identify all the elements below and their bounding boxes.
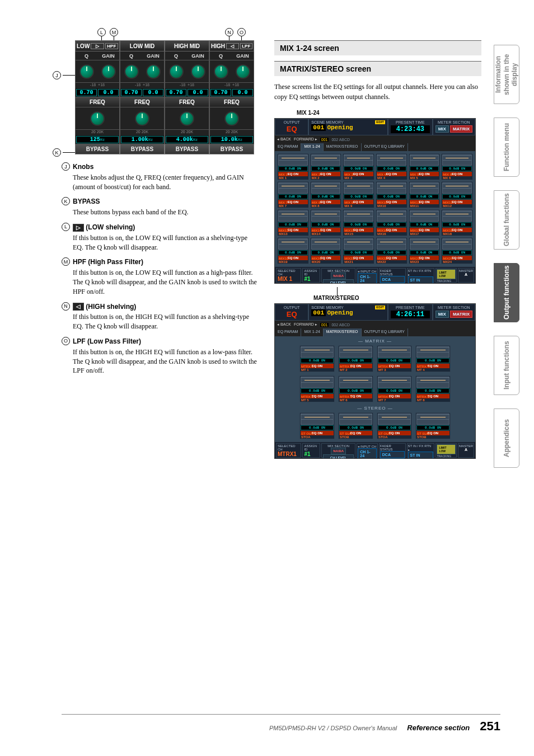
gain-value: 0.0 [188,89,208,96]
channel-cell[interactable]: 0.0dB ON EQ ON MTRX 5MT 5 [299,375,335,402]
freq-knob[interactable] [90,111,105,126]
freq-knob[interactable] [180,111,194,126]
channel-cell[interactable]: 0.0dB ON EQ ON MIX17MX17 [409,209,441,236]
shot2-label: MATRIX/STEREO [313,295,481,301]
channel-cell[interactable]: 0.0dB ON EQ ON MIX24MX24 [441,237,473,264]
channel-cell[interactable]: 0.0dB ON EQ ON ST OUTSTOA [377,412,412,439]
channel-cell[interactable]: 0.0dB ON EQ ON MIX 7MX 7 [277,181,309,208]
freq-label: FREQ [165,97,209,107]
channel-cell[interactable]: 0.0dB ON EQ ON MIX21MX21 [343,237,374,264]
channel-cell[interactable]: 0.0dB ON EQ ON MIX 9MX 9 [343,181,374,208]
channel-cell[interactable]: 0.0dB ON EQ ON MIX23MX23 [409,237,441,264]
freq-label: FREQ [75,97,120,107]
eq-band-0: LOW▷HPFQGAIN-18 +180.700.0FREQ20 20K125H… [75,40,120,154]
eq-band-3: HIGH◁LPFQGAIN-18 +180.700.0FREQ20 20K10.… [209,40,254,154]
bypass-button[interactable]: BYPASS [165,144,209,154]
channel-cell[interactable]: 0.0dB ON EQ ON MIX11MX11 [409,181,441,208]
side-tab[interactable]: Function menu [494,118,519,177]
channel-cell[interactable]: 0.0dB ON EQ ON MIX 8MX 8 [310,181,342,208]
desc-item: OLPF (Low Pass Filter)If this button is … [62,337,257,375]
freq-label: FREQ [120,97,165,107]
gain-value: 0.0 [143,89,163,96]
channel-cell[interactable]: 0.0dB ON EQ ON MIX22MX22 [376,237,407,264]
channel-cell[interactable]: 0.0dB ON EQ ON MIX16MX16 [376,209,407,236]
gain-knob[interactable] [236,64,250,79]
gain-value: 0.0 [98,89,119,96]
gain-knob[interactable] [191,64,205,79]
channel-cell[interactable]: 0.0dB ON EQ ON ST OUTSTOA [299,412,335,439]
desc-item: KBYPASSThese buttons bypass each band of… [62,197,257,217]
gain-knob[interactable] [146,64,161,79]
q-knob[interactable] [214,64,228,79]
eq-band-figure: L M N O J [75,40,254,154]
callout-11: K [53,148,61,157]
gain-knob[interactable] [101,64,116,79]
channel-cell[interactable]: 0.0dB ON EQ ON MIX15MX15 [343,209,374,236]
mix-1-24-screenshot: OUTPUTEQ SCENE MEMORYEDIT 001 Opening PR… [274,118,476,284]
freq-label: FREQ [209,97,254,107]
side-tab[interactable]: Appendices [494,408,519,468]
channel-cell[interactable]: 0.0dB ON EQ ON MTRX 2MT 2 [338,345,373,372]
side-tab[interactable]: Output functions [494,263,519,322]
channel-cell[interactable]: 0.0dB ON EQ ON ST SUBSTOB [415,412,451,439]
side-tab[interactable]: Input functions [494,336,519,395]
manual-title: PM5D/PM5D-RH V2 / DSP5D Owner's Manual [269,725,397,731]
reference-section-label: Reference section [407,724,470,732]
intro-text: These screens list the EQ settings for a… [274,82,481,102]
desc-item: L▷ (LOW shelving)If this button is on, t… [62,223,257,252]
channel-cell[interactable]: 0.0dB ON EQ ON MTRX 1MT 1 [299,345,335,372]
desc-item: MHPF (High Pass Filter)If this button is… [62,257,257,296]
desc-item: JKnobsThese knobs adjust the Q, FREQ (ce… [62,162,257,191]
channel-cell[interactable]: 0.0dB ON EQ ON MIX 6MX 6 [441,153,473,180]
channel-cell[interactable]: 0.0dB ON EQ ON MTRX 7MT 7 [377,375,412,402]
channel-cell[interactable]: 0.0dB ON EQ ON MTRX 8MT 8 [415,375,451,402]
bypass-button[interactable]: BYPASS [209,144,254,154]
bypass-button[interactable]: BYPASS [120,144,165,154]
q-knob[interactable] [169,64,184,79]
q-value: 0.70 [121,89,142,96]
callout-12: L [97,28,106,36]
channel-cell[interactable]: 0.0dB ON EQ ON MIX14MX14 [310,209,342,236]
channel-cell[interactable]: 0.0dB ON EQ ON MIX 4MX 4 [376,153,407,180]
side-tab[interactable]: Information shown in the display [494,45,519,104]
channel-cell[interactable]: 0.0dB ON EQ ON MIX 2MX 2 [310,153,342,180]
q-knob[interactable] [124,64,139,79]
section-mix-1-24: MIX 1-24 screen [274,40,481,55]
side-tab[interactable]: Global functions [494,190,519,250]
channel-cell[interactable]: 0.0dB ON EQ ON MTRX 3MT 3 [377,345,412,372]
section-matrix-stereo: MATRIX/STEREO screen [274,61,481,76]
freq-value: 125Hz [76,136,119,143]
eq-band-1: LOW MIDQGAIN-18 +180.700.0FREQ20 20K1.00… [120,40,165,154]
q-value: 0.70 [76,89,97,96]
callout-13: M [110,28,118,36]
channel-cell[interactable]: 0.0dB ON EQ ON MIX19MX19 [277,237,309,264]
matrix-stereo-screenshot: OUTPUTEQ SCENE MEMORYEDIT 001 Opening PR… [274,303,476,459]
shot1-label: MIX 1-24 [297,110,481,116]
channel-cell[interactable]: 0.0dB ON EQ ON MIX 1MX 1 [277,153,309,180]
channel-cell[interactable]: 0.0dB ON EQ ON MIX13MX13 [277,209,309,236]
channel-cell[interactable]: 0.0dB ON EQ ON MIX 3MX 3 [343,153,374,180]
channel-cell[interactable]: 0.0dB ON EQ ON MIX12MX12 [441,181,473,208]
q-value: 0.70 [166,89,186,96]
page-footer: PM5D/PM5D-RH V2 / DSP5D Owner's Manual R… [62,714,500,734]
shelving-icon: ▷ [73,224,84,232]
channel-cell[interactable]: 0.0dB ON EQ ON MIX20MX20 [310,237,342,264]
channel-cell[interactable]: 0.0dB ON EQ ON MTRX 6MT 6 [338,375,373,402]
q-knob[interactable] [79,64,94,79]
freq-value: 1.00kHz [121,136,163,143]
channel-cell[interactable]: 0.0dB ON EQ ON MIX18MX18 [441,209,473,236]
callout-10: J [53,71,61,79]
freq-value: 4.00kHz [166,136,208,143]
channel-cell[interactable]: 0.0dB ON EQ ON MIX 5MX 5 [409,153,441,180]
freq-value: 10.0kHz [210,136,253,143]
channel-cell[interactable]: 0.0dB ON EQ ON MIX10MX10 [376,181,407,208]
freq-knob[interactable] [135,111,149,126]
page-number: 251 [480,719,500,734]
eq-band-2: HIGH MIDQGAIN-18 +180.700.0FREQ20 20K4.0… [165,40,209,154]
desc-item: N◁ (HIGH shelving)If this button is on, … [62,302,257,331]
channel-cell[interactable]: 0.0dB ON EQ ON MTRX 4MT 4 [415,345,451,372]
channel-cell[interactable]: 0.0dB ON EQ ON ST SUBSTOB [338,412,373,439]
bypass-button[interactable]: BYPASS [75,144,120,154]
gain-value: 0.0 [232,89,253,96]
freq-knob[interactable] [224,111,239,126]
